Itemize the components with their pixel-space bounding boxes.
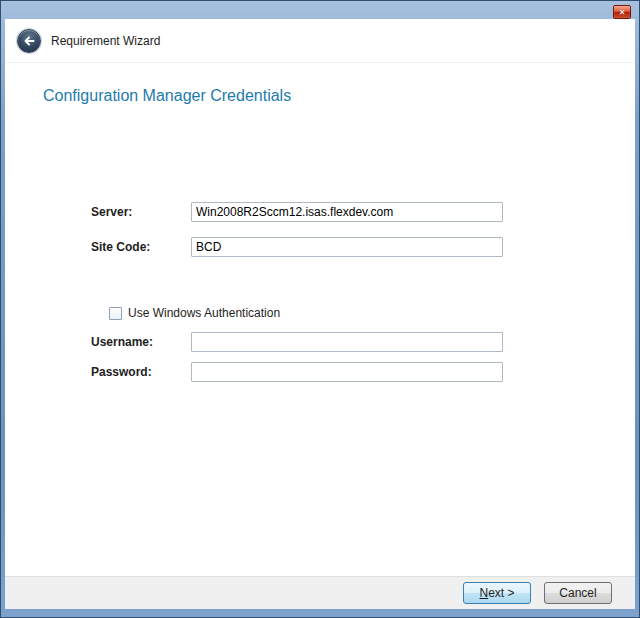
windows-auth-row: Use Windows Authentication bbox=[109, 306, 280, 320]
server-input[interactable] bbox=[191, 202, 503, 222]
back-button[interactable] bbox=[17, 29, 41, 53]
window-body: Requirement Wizard Configuration Manager… bbox=[5, 19, 635, 609]
close-button[interactable]: ✕ bbox=[613, 5, 631, 19]
site-code-row: Site Code: bbox=[91, 237, 503, 257]
page-title: Configuration Manager Credentials bbox=[43, 87, 291, 105]
wizard-header: Requirement Wizard bbox=[5, 19, 635, 63]
wizard-footer: Next > Cancel bbox=[5, 576, 635, 609]
server-label: Server: bbox=[91, 205, 191, 219]
next-button[interactable]: Next > bbox=[463, 582, 531, 604]
username-input[interactable] bbox=[191, 332, 503, 352]
back-arrow-icon bbox=[23, 35, 35, 47]
password-input[interactable] bbox=[191, 362, 503, 382]
password-label: Password: bbox=[91, 365, 191, 379]
windows-auth-label: Use Windows Authentication bbox=[128, 306, 280, 320]
username-row: Username: bbox=[91, 332, 503, 352]
site-code-label: Site Code: bbox=[91, 240, 191, 254]
next-button-mnemonic: N bbox=[479, 586, 488, 600]
next-button-label: ext > bbox=[488, 586, 514, 600]
wizard-content: Configuration Manager Credentials Server… bbox=[5, 63, 635, 576]
username-label: Username: bbox=[91, 335, 191, 349]
wizard-title: Requirement Wizard bbox=[51, 34, 160, 48]
wizard-window: ✕ Requirement Wizard Configuration Manag… bbox=[0, 0, 640, 618]
password-row: Password: bbox=[91, 362, 503, 382]
server-row: Server: bbox=[91, 202, 503, 222]
windows-auth-checkbox[interactable] bbox=[109, 307, 122, 320]
cancel-button[interactable]: Cancel bbox=[544, 582, 612, 604]
site-code-input[interactable] bbox=[191, 237, 503, 257]
close-icon: ✕ bbox=[619, 8, 626, 17]
